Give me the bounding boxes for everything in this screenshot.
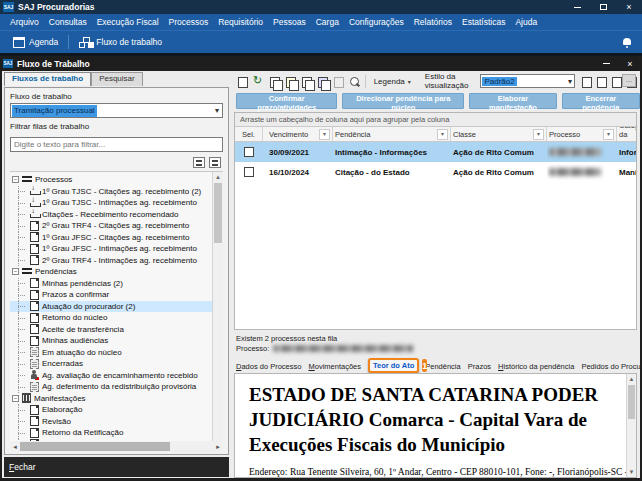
scroll-up-icon[interactable]: ▲ [213,172,223,182]
filter-icon[interactable]: ▾ [603,129,614,140]
tree-item[interactable]: − Prazos a confirmar [10,289,212,301]
view-mode-icon[interactable] [579,74,593,88]
menu-item[interactable]: Carga [311,14,344,30]
toolbar-icon[interactable] [283,74,297,88]
sidebar-tab[interactable]: Pesquisar [91,72,143,86]
tree-item[interactable]: − Encerradas [10,358,212,370]
tree-item[interactable]: − Revisão [10,416,212,428]
tree-item[interactable]: − Retorno da Retificação [10,427,212,439]
tree-item[interactable]: − Aceite de transferência [10,324,212,336]
column-header-pendencia[interactable]: Pendência▾ [333,127,451,141]
workflow-button[interactable]: Fluxo de trabalho [72,33,169,52]
detail-tab[interactable]: Pedidos do Procurador [581,362,642,373]
tree-item[interactable]: − Retorno do núcleo [10,312,212,324]
column-header-processo[interactable]: Processo▾ [547,127,617,141]
more-options-button[interactable]: ... [622,74,636,87]
document-vertical-scrollbar[interactable]: ▲ ▼ [626,374,636,477]
collapse-tree-icon[interactable] [193,157,205,168]
tree-item[interactable]: − Citações - Recebimento recomendado [10,209,212,221]
filter-icon[interactable]: ▾ [437,129,448,140]
expander-icon[interactable]: − [12,176,19,183]
tree-item[interactable]: − 2º Grau TRF4 - Citações ag. recebiment… [10,220,212,232]
table-row[interactable]: 16/10/2024 Citação - do Estado Ação de R… [235,162,636,182]
view-mode-icon[interactable] [594,74,608,88]
toolbar-icon[interactable] [347,74,361,88]
expander-icon[interactable]: − [12,268,19,275]
menu-item[interactable]: Configurações [344,14,409,30]
legend-dropdown[interactable]: Legenda ▾ [370,77,415,86]
group-by-bar[interactable]: Arraste um cabeçalho de coluna aqui para… [235,113,636,127]
action-button[interactable]: Confirmar prazo/atividades [236,93,337,109]
tree-item[interactable]: − Ag. avaliação de encaminhamento recebi… [10,370,212,382]
view-style-select[interactable]: Padrão2 ▾ [480,74,575,88]
toolbar-icon[interactable] [235,74,249,88]
view-mode-icon[interactable] [609,74,623,88]
notifications-bell-icon[interactable] [622,37,632,48]
toolbar-icon[interactable] [315,74,329,88]
detail-tab[interactable]: Pendência [425,362,460,373]
menu-item[interactable]: Estatísticas [457,14,510,30]
workflow-close-button[interactable]: × [618,56,642,71]
detail-tab[interactable]: Histórico da pendência [498,362,574,373]
menu-item[interactable]: Processos [164,14,214,30]
menu-item[interactable]: Consultas [44,14,92,30]
column-header-classe[interactable]: Classe▾ [451,127,547,141]
close-button[interactable]: × [616,0,642,14]
tree-vertical-scrollbar[interactable]: ▲ [212,172,223,444]
toolbar-icon[interactable] [251,74,265,88]
filter-icon[interactable]: ▾ [533,129,544,140]
tree-item[interactable]: − 2º Grau TRF4 - Intimações ag. recebime… [10,255,212,267]
workflow-minimize-button[interactable] [594,56,618,71]
column-header-sel[interactable]: Sel. [235,127,263,141]
tree-item[interactable]: − Minhas pendências (2) [10,278,212,290]
tree-item[interactable]: − 1º Grau TJSC - Intimações ag. recebime… [10,197,212,209]
tree-item[interactable]: − 1º Grau TJSC - Citações ag. recebiment… [10,186,212,198]
scroll-left-icon[interactable]: ◂ [10,443,20,451]
flow-select[interactable]: Tramitação processual ▾ [10,103,223,118]
scrollbar-thumb[interactable] [628,385,635,419]
detail-tab[interactable]: Dados do Processo [236,362,301,373]
menu-item[interactable]: Requisitório [213,14,268,30]
maximize-button[interactable] [590,0,616,14]
minimize-button[interactable] [564,0,590,14]
tree-options-icon[interactable] [209,157,221,168]
table-row[interactable]: 30/09/2021 Intimação - Informações Ação … [235,142,636,162]
tree-item[interactable]: − Em atuação do núcleo [10,347,212,359]
expander-icon[interactable]: − [12,395,19,402]
tree-item[interactable]: − Pendências [10,266,212,278]
column-header-vencimento[interactable]: Vencimento▾ [263,127,333,141]
menu-item[interactable]: Ajuda [510,14,542,30]
agenda-button[interactable]: Agenda [6,33,65,52]
scroll-up-icon[interactable]: ▲ [627,374,636,384]
toolbar-icon[interactable] [267,74,281,88]
action-button[interactable]: Encerrar pendência [562,93,640,109]
filter-input[interactable] [10,137,223,152]
scroll-down-icon[interactable]: ▼ [627,467,636,477]
scrollbar-thumb[interactable] [20,442,170,451]
menu-item[interactable]: Relatórios [409,14,457,30]
toolbar-icon[interactable] [331,74,345,88]
detail-tab[interactable]: Teor do Ato [368,358,419,373]
tree-item[interactable]: − Atuação do procurador (2) [10,301,212,313]
toolbar-icon[interactable] [299,74,313,88]
tree-item[interactable]: − Manifestações [10,393,212,405]
column-header-categoria[interactable]: Categoria da pendência▾ [617,127,636,141]
tree-item[interactable]: − 1º Grau JFSC - Citações ag. recebiment… [10,232,212,244]
action-button[interactable]: Elaborar manifestação [469,93,556,109]
action-button[interactable]: Direcionar pendência para núcleo [342,93,464,109]
fechar-button[interactable]: Fechar [4,457,229,477]
filter-icon[interactable]: ▾ [319,129,330,140]
row-checkbox[interactable] [244,167,254,177]
menu-item[interactable]: Arquivo [5,14,44,30]
menu-item[interactable]: Execução Fiscal [92,14,164,30]
tree-item[interactable]: − Minhas audiências [10,335,212,347]
menu-item[interactable]: Pessoas [268,14,311,30]
row-checkbox[interactable] [244,147,254,157]
tree-item[interactable]: − Ag. deferimento da redistribuição prov… [10,381,212,393]
detail-tab[interactable]: Prazos [468,362,491,373]
sidebar-tab[interactable]: Fluxos de trabalho [4,72,91,86]
detail-tab[interactable]: Movimentações [308,362,361,373]
scroll-right-icon[interactable]: ▸ [213,443,223,451]
tree-item[interactable]: − Processos [10,174,212,186]
scrollbar-thumb[interactable] [214,183,222,243]
